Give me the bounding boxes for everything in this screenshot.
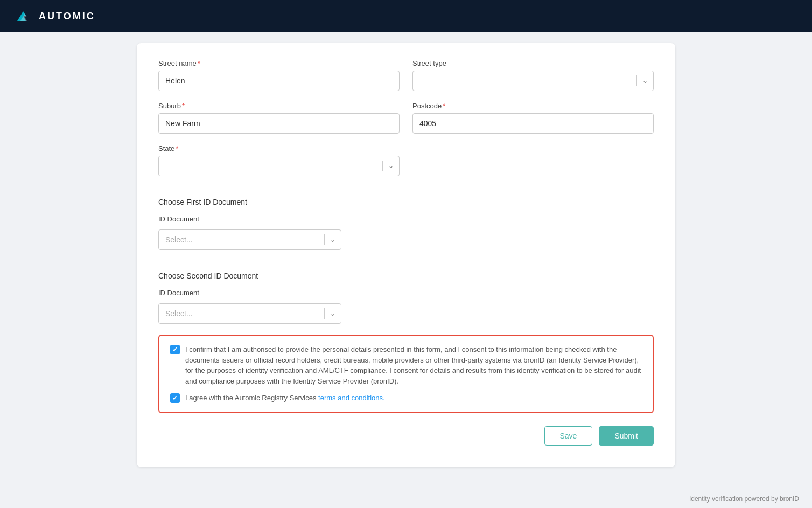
button-row: Save Submit: [158, 426, 654, 446]
consent-item-2: I agree with the Automic Registry Servic…: [170, 393, 642, 403]
consent-text-1: I confirm that I am authorised to provid…: [185, 344, 642, 386]
required-star-postcode: *: [443, 102, 445, 110]
chevron-down-icon-second-id: ⌄: [325, 310, 341, 317]
street-type-group: Street type ⌄: [412, 59, 654, 91]
street-type-select-wrapper[interactable]: ⌄: [412, 71, 654, 91]
app-header: AUTOMIC: [0, 0, 812, 32]
terms-conditions-link[interactable]: terms and conditions.: [318, 394, 385, 402]
state-row: State* ACT NSW NT QLD SA TAS VIC WA: [158, 144, 654, 176]
state-label: State*: [158, 144, 400, 152]
consent-checkbox-1[interactable]: [170, 345, 180, 354]
footer-text: Identity verification powered by bronID: [689, 495, 799, 503]
second-id-section: Choose Second ID Document ID Document Se…: [158, 272, 654, 324]
logo-text: AUTOMIC: [39, 11, 95, 22]
logo: AUTOMIC: [13, 6, 95, 26]
page-footer: Identity verification powered by bronID: [0, 489, 812, 509]
first-id-select-wrapper[interactable]: Select... Passport Driver's Licence Medi…: [158, 229, 341, 250]
automic-logo-icon: [13, 6, 33, 26]
second-id-label: ID Document: [158, 289, 341, 297]
street-row: Street name* Street type ⌄: [158, 59, 654, 91]
first-id-group: ID Document Select... Passport Driver's …: [158, 215, 341, 250]
street-type-label: Street type: [412, 59, 654, 67]
consent-checkbox-2[interactable]: [170, 393, 180, 403]
save-button[interactable]: Save: [544, 426, 593, 446]
spacer-1: [158, 187, 654, 198]
second-id-group: ID Document Select... Passport Driver's …: [158, 289, 341, 324]
main-content: Street name* Street type ⌄ Suburb*: [0, 32, 812, 489]
state-group: State* ACT NSW NT QLD SA TAS VIC WA: [158, 144, 400, 176]
required-star: *: [198, 59, 200, 67]
postcode-group: Postcode*: [412, 102, 654, 134]
first-id-section: Choose First ID Document ID Document Sel…: [158, 198, 654, 250]
chevron-down-icon-first-id: ⌄: [325, 236, 341, 243]
suburb-group: Suburb*: [158, 102, 400, 134]
spacer-2: [158, 261, 654, 272]
suburb-label: Suburb*: [158, 102, 400, 110]
suburb-postcode-row: Suburb* Postcode*: [158, 102, 654, 134]
second-id-select[interactable]: Select... Passport Driver's Licence Medi…: [159, 304, 324, 323]
second-id-section-title: Choose Second ID Document: [158, 272, 654, 280]
street-name-input[interactable]: [158, 71, 400, 91]
required-star-state: *: [176, 144, 178, 152]
state-select-wrapper[interactable]: ACT NSW NT QLD SA TAS VIC WA ⌄: [158, 156, 400, 176]
first-id-label: ID Document: [158, 215, 341, 223]
state-select[interactable]: ACT NSW NT QLD SA TAS VIC WA: [159, 156, 382, 176]
first-id-section-title: Choose First ID Document: [158, 198, 654, 206]
required-star-suburb: *: [182, 102, 185, 110]
consent-box: I confirm that I am authorised to provid…: [158, 335, 654, 413]
chevron-down-icon-state: ⌄: [383, 162, 399, 170]
consent-text-2: I agree with the Automic Registry Servic…: [185, 393, 385, 403]
consent-item-1: I confirm that I am authorised to provid…: [170, 344, 642, 386]
street-type-select[interactable]: [413, 71, 636, 91]
form-card: Street name* Street type ⌄ Suburb*: [137, 43, 675, 467]
submit-button[interactable]: Submit: [599, 426, 654, 446]
chevron-down-icon: ⌄: [637, 77, 653, 85]
street-name-label: Street name*: [158, 59, 400, 67]
postcode-input[interactable]: [412, 113, 654, 134]
street-name-group: Street name*: [158, 59, 400, 91]
postcode-label: Postcode*: [412, 102, 654, 110]
first-id-select[interactable]: Select... Passport Driver's Licence Medi…: [159, 230, 324, 249]
second-id-select-wrapper[interactable]: Select... Passport Driver's Licence Medi…: [158, 303, 341, 324]
suburb-input[interactable]: [158, 113, 400, 134]
